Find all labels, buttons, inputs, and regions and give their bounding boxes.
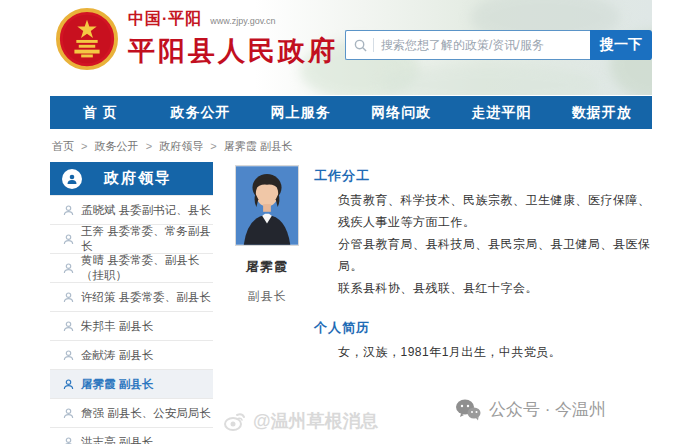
search-icon xyxy=(354,39,367,52)
photo-column: 屠霁霞 副县长 xyxy=(235,165,299,363)
section-heading-resume: 个人简历 xyxy=(314,319,652,337)
section-heading-duties: 工作分工 xyxy=(314,167,652,185)
person-icon xyxy=(63,234,74,245)
official-photo xyxy=(235,165,299,246)
sidebar-item-label: 金献涛 副县长 xyxy=(81,348,153,363)
site-url: www.zjpy.gov.cn xyxy=(210,16,275,26)
person-icon xyxy=(63,437,74,444)
site-header: 中国·平阳 www.zjpy.gov.cn 平阳县人民政府 搜一下 xyxy=(50,0,652,95)
duties-paragraph: 分管县教育局、县科技局、县民宗局、县卫健局、县医保局。 xyxy=(314,233,652,277)
person-icon xyxy=(63,408,74,419)
leader-title: 副县长 xyxy=(235,288,299,305)
sidebar-item-label: 黄晴 县委常委、副县长（挂职） xyxy=(81,253,213,283)
site-title: 平阳县人民政府 xyxy=(128,33,338,69)
sidebar-item-leader[interactable]: 金献涛 副县长 xyxy=(50,340,213,369)
content: 政府领导 孟晓斌 县委副书记、县长 王奔 县委常委、常务副县长 黄晴 县委常委、… xyxy=(50,162,652,444)
duties-paragraph: 负责教育、科学技术、民族宗教、卫生健康、医疗保障、残疾人事业等方面工作。 xyxy=(314,189,652,233)
search-bar: 搜一下 xyxy=(345,30,652,60)
site-tagline: 中国·平阳 xyxy=(128,9,202,30)
profile-main: 屠霁霞 副县长 工作分工 负责教育、科学技术、民族宗教、卫生健康、医疗保障、残疾… xyxy=(213,162,652,363)
sidebar-header: 政府领导 xyxy=(50,162,213,195)
main-nav: 首 页 政务公开 网上服务 网络问政 走进平阳 数据开放 xyxy=(50,96,652,129)
breadcrumb-gov-info[interactable]: 政务公开 xyxy=(95,140,139,152)
person-icon xyxy=(63,205,74,216)
sidebar-title: 政府领导 xyxy=(104,169,172,188)
person-icon xyxy=(63,321,74,332)
search-button[interactable]: 搜一下 xyxy=(590,30,652,60)
national-emblem-icon xyxy=(56,8,118,70)
person-icon xyxy=(63,292,74,303)
sidebar-item-leader-current[interactable]: 屠霁霞 副县长 xyxy=(50,369,213,398)
sidebar-item-leader[interactable]: 朱邦丰 副县长 xyxy=(50,311,213,340)
leader-badge-icon xyxy=(62,169,82,189)
breadcrumb-gov-leaders[interactable]: 政府领导 xyxy=(159,140,203,152)
breadcrumb: 首页 > 政务公开 > 政府领导 > 屠霁霞 副县长 xyxy=(50,129,652,162)
nav-item-open-data[interactable]: 数据开放 xyxy=(552,104,652,122)
profile-info: 工作分工 负责教育、科学技术、民族宗教、卫生健康、医疗保障、残疾人事业等方面工作… xyxy=(314,165,652,363)
sidebar-item-leader[interactable]: 詹强 副县长、公安局局长 xyxy=(50,398,213,427)
sidebar-item-leader[interactable]: 许绍策 县委常委、副县长 xyxy=(50,282,213,311)
person-icon xyxy=(63,379,74,390)
sidebar-item-label: 许绍策 县委常委、副县长 xyxy=(81,290,211,305)
page: 中国·平阳 www.zjpy.gov.cn 平阳县人民政府 搜一下 首 页 政务… xyxy=(50,0,652,444)
resume-paragraph: 女，汉族，1981年1月出生，中共党员。 xyxy=(314,341,652,363)
nav-item-online-service[interactable]: 网上服务 xyxy=(251,104,351,122)
sidebar-item-label: 王奔 县委常委、常务副县长 xyxy=(81,224,213,254)
site-titles: 中国·平阳 www.zjpy.gov.cn 平阳县人民政府 xyxy=(128,9,338,69)
site-branding: 中国·平阳 www.zjpy.gov.cn 平阳县人民政府 xyxy=(56,8,338,70)
duties-paragraph: 联系县科协、县残联、县红十字会。 xyxy=(314,277,652,299)
nav-item-gov-info[interactable]: 政务公开 xyxy=(150,104,250,122)
sidebar-item-leader[interactable]: 洪志亮 副县长 xyxy=(50,427,213,444)
person-icon xyxy=(63,263,74,274)
nav-item-about-pingyang[interactable]: 走进平阳 xyxy=(451,104,551,122)
sidebar-item-label: 洪志亮 副县长 xyxy=(81,435,153,444)
sidebar-item-leader[interactable]: 孟晓斌 县委副书记、县长 xyxy=(50,195,213,224)
sidebar-item-label: 屠霁霞 副县长 xyxy=(81,377,153,392)
breadcrumb-separator: > xyxy=(81,140,87,152)
sidebar-item-leader[interactable]: 黄晴 县委常委、副县长（挂职） xyxy=(50,253,213,282)
search-box xyxy=(345,30,590,60)
sidebar-item-leader[interactable]: 王奔 县委常委、常务副县长 xyxy=(50,224,213,253)
sidebar-item-label: 詹强 副县长、公安局局长 xyxy=(81,406,211,421)
breadcrumb-home[interactable]: 首页 xyxy=(52,140,74,152)
sidebar-item-label: 孟晓斌 县委副书记、县长 xyxy=(81,203,211,218)
person-icon xyxy=(63,350,74,361)
search-divider xyxy=(373,38,374,52)
breadcrumb-separator: > xyxy=(146,140,152,152)
nav-item-ask-gov[interactable]: 网络问政 xyxy=(351,104,451,122)
breadcrumb-current: 屠霁霞 副县长 xyxy=(224,140,293,152)
leader-name: 屠霁霞 xyxy=(235,258,299,276)
search-input[interactable] xyxy=(381,38,582,52)
sidebar-gov-leaders: 政府领导 孟晓斌 县委副书记、县长 王奔 县委常委、常务副县长 黄晴 县委常委、… xyxy=(50,162,213,444)
nav-item-home[interactable]: 首 页 xyxy=(50,104,150,122)
sidebar-item-label: 朱邦丰 副县长 xyxy=(81,319,153,334)
breadcrumb-separator: > xyxy=(210,140,216,152)
